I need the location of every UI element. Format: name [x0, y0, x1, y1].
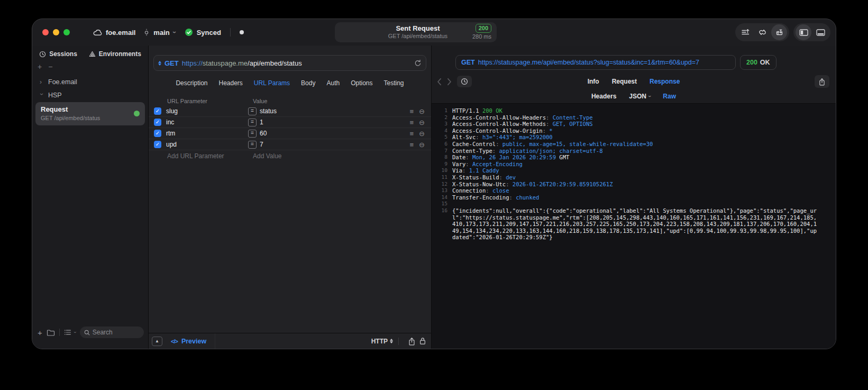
chevron-right-icon[interactable]: › — [40, 78, 44, 86]
remove-param-icon[interactable]: ⊖ — [419, 119, 425, 126]
add-param-name[interactable]: Add URL Parameter — [167, 152, 253, 160]
tab-request[interactable]: Request — [612, 78, 637, 85]
preview-button[interactable]: </> Preview — [171, 338, 206, 345]
sent-request-url[interactable]: GET https://statuspage.me/api/embed/stat… — [455, 55, 736, 70]
main-area: Sessions Environments + − › Foe.email — [32, 46, 836, 349]
sidebar: Sessions Environments + − › Foe.email — [32, 46, 149, 349]
traffic-lights — [42, 29, 70, 35]
add-param-row[interactable]: Add URL Parameter Add Value — [149, 150, 431, 162]
lock-icon[interactable] — [419, 337, 426, 345]
toggle-sidebar-icon[interactable] — [796, 24, 811, 40]
search-input[interactable]: Search — [80, 326, 144, 338]
param-name[interactable]: rtm — [166, 130, 248, 137]
project-name[interactable]: foe.email — [106, 29, 135, 37]
request-method[interactable]: GET — [165, 59, 179, 67]
request-url-bar[interactable]: GET https://statuspage.me/api/embed/stat… — [153, 55, 426, 71]
param-checkbox-icon[interactable]: ✓ — [154, 107, 161, 115]
request-status-title: Sent Request — [363, 24, 472, 33]
request-status-subtitle: GET /api/embed/status — [363, 33, 472, 40]
request-status-pill[interactable]: Sent Request GET /api/embed/status 200 2… — [335, 22, 497, 42]
tab-description[interactable]: Description — [176, 79, 207, 87]
param-value[interactable]: 60 — [260, 130, 410, 137]
request-url[interactable]: https://statuspage.me/api/embed/status — [182, 59, 302, 67]
unsaved-indicator-dot — [240, 30, 244, 34]
zoom-button[interactable] — [63, 29, 70, 35]
add-session-icon[interactable]: + — [38, 62, 42, 71]
line-content: Cache-Control: public, max-age=15, stale… — [452, 141, 820, 148]
tab-headers[interactable]: Headers — [218, 79, 242, 87]
response-status-code: 200 — [746, 59, 757, 66]
tab-auth[interactable]: Auth — [326, 79, 340, 87]
tab-environments[interactable]: Environments — [89, 50, 141, 58]
protocol-selector[interactable]: HTTP — [371, 338, 393, 345]
url-host: statuspage.me — [203, 59, 248, 67]
response-line: 10Via: 1.1 Caddy — [436, 167, 820, 174]
param-value[interactable]: 1 — [260, 119, 410, 126]
share-response-icon[interactable] — [815, 75, 829, 88]
param-name[interactable]: upd — [166, 141, 248, 148]
tab-response[interactable]: Response — [650, 78, 680, 85]
compare-requests-icon[interactable] — [754, 24, 771, 40]
line-number: 15 — [436, 201, 447, 207]
tab-testing[interactable]: Testing — [384, 79, 404, 87]
list-view-icon[interactable] — [64, 329, 71, 335]
subtab-json[interactable]: JSON› — [629, 93, 650, 100]
toggle-bottom-panel-icon[interactable] — [812, 24, 829, 40]
response-body[interactable]: 1HTTP/1.1 200 OK2Access-Control-Allow-He… — [432, 103, 836, 349]
export-code-icon[interactable] — [737, 24, 754, 40]
branch-chevron-icon[interactable]: › — [171, 31, 178, 33]
list-view-chevron-icon[interactable]: › — [72, 332, 77, 333]
param-checkbox-icon[interactable]: ✓ — [154, 141, 161, 148]
branch-name[interactable]: main — [153, 29, 169, 37]
tree-item-hsp[interactable]: › HSP — [35, 88, 145, 102]
reorder-handle-icon[interactable]: ≡ — [410, 107, 414, 115]
collapse-panel-icon[interactable]: ▲ — [152, 337, 162, 346]
close-button[interactable] — [42, 29, 49, 35]
line-number: 8 — [436, 154, 447, 161]
new-folder-icon[interactable] — [47, 329, 55, 336]
reorder-handle-icon[interactable]: ≡ — [410, 119, 414, 126]
response-status-badge: 200 OK — [740, 55, 776, 70]
tab-sessions[interactable]: Sessions — [39, 50, 77, 58]
footer-divider — [215, 333, 215, 349]
subtab-raw[interactable]: Raw — [663, 93, 676, 100]
subtab-label: JSON — [629, 93, 646, 100]
remove-session-icon[interactable]: − — [48, 62, 52, 71]
param-checkbox-icon[interactable]: ✓ — [154, 119, 161, 126]
tab-body[interactable]: Body — [301, 79, 315, 87]
tab-info[interactable]: Info — [588, 78, 599, 85]
minimize-button[interactable] — [53, 29, 59, 35]
new-request-icon[interactable]: + — [38, 328, 42, 337]
url-params-section: URL Parameter Value ✓slug=status≡⊖✓inc=1… — [149, 96, 431, 162]
tree-item-foe-email[interactable]: › Foe.email — [35, 75, 145, 88]
tab-url-params[interactable]: URL Params — [254, 79, 290, 87]
remove-param-icon[interactable]: ⊖ — [419, 141, 425, 149]
response-line: 6Cache-Control: public, max-age=15, stal… — [436, 141, 820, 148]
method-stepper-icon[interactable] — [158, 61, 161, 66]
subtab-headers[interactable]: Headers — [591, 93, 616, 100]
chevron-down-icon[interactable]: › — [38, 93, 45, 97]
line-number: 6 — [436, 141, 447, 148]
param-checkbox-icon[interactable]: ✓ — [154, 130, 161, 137]
request-list-item[interactable]: Request GET /api/embed/status — [35, 102, 145, 125]
share-request-icon[interactable] — [408, 337, 415, 346]
tab-options[interactable]: Options — [351, 79, 372, 87]
request-success-dot — [134, 111, 140, 116]
remove-param-icon[interactable]: ⊖ — [419, 107, 425, 115]
add-param-value[interactable]: Add Value — [253, 152, 282, 160]
reorder-handle-icon[interactable]: ≡ — [410, 141, 414, 149]
request-tree: › Foe.email › HSP Request GET /api/embed… — [32, 72, 148, 324]
resend-request-icon[interactable] — [414, 59, 422, 67]
param-name[interactable]: slug — [166, 107, 248, 115]
param-name[interactable]: inc — [166, 119, 248, 126]
status-code-badge: 200 — [476, 24, 491, 33]
param-value[interactable]: status — [260, 107, 410, 115]
remove-param-icon[interactable]: ⊖ — [419, 130, 425, 138]
import-export-icon[interactable] — [771, 24, 787, 40]
param-value[interactable]: 7 — [260, 141, 410, 148]
response-line: 2Access-Control-Allow-Headers: Content-T… — [436, 114, 820, 121]
reorder-handle-icon[interactable]: ≡ — [410, 130, 414, 138]
line-content: Connection: close — [452, 187, 820, 194]
line-number: 14 — [436, 194, 447, 201]
sync-status[interactable]: Synced — [197, 29, 221, 37]
